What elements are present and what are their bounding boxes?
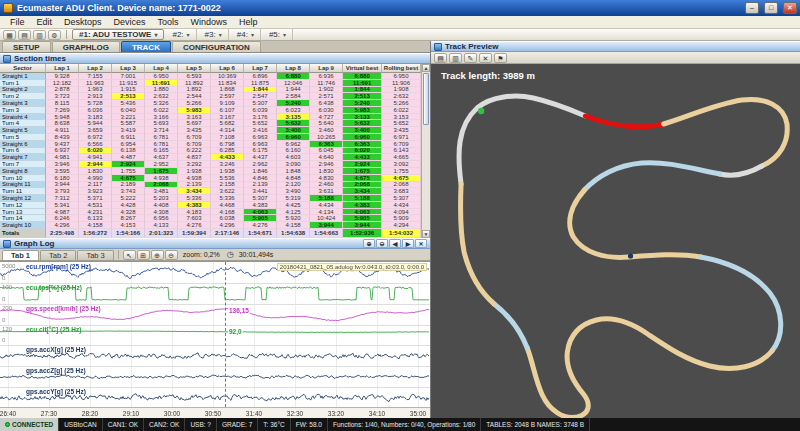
sector-time-cell[interactable]: 5:632 xyxy=(343,120,382,127)
close-icon[interactable]: ✕ xyxy=(415,239,427,248)
sector-time-cell[interactable]: 2:117 xyxy=(79,182,112,189)
sector-time-cell[interactable]: 4:094 xyxy=(382,209,421,216)
sector-time-cell[interactable]: 3:659 xyxy=(79,127,112,134)
sector-time-cell[interactable]: 8:638 xyxy=(46,120,79,127)
sector-time-cell[interactable]: 1:848 xyxy=(277,168,310,175)
cursor-icon[interactable]: ↖ xyxy=(123,250,136,260)
sector-time-cell[interactable]: 4:328 xyxy=(112,209,145,216)
sector-time-cell[interactable]: 1:902 xyxy=(310,87,343,94)
sector-time-cell[interactable]: 2:632 xyxy=(382,93,421,100)
sector-time-cell[interactable]: 4:938 xyxy=(145,175,178,182)
sector-time-cell[interactable]: 3:416 xyxy=(244,127,277,134)
sector-time-cell[interactable]: 9:109 xyxy=(211,100,244,107)
sector-time-cell[interactable]: 5:336 xyxy=(211,195,244,202)
sector-time-cell[interactable]: 1:830 xyxy=(310,168,343,175)
sector-time-cell[interactable]: 6:438 xyxy=(310,100,343,107)
sector-time-cell[interactable]: 4:830 xyxy=(310,175,343,182)
sector-time-cell[interactable]: 4:158 xyxy=(277,222,310,229)
sector-time-cell[interactable]: 3:400 xyxy=(343,127,382,134)
sector-time-cell[interactable]: 2:120 xyxy=(277,182,310,189)
prev-icon[interactable]: ◀ xyxy=(389,239,401,248)
column-header[interactable]: Lap 6 xyxy=(211,64,244,73)
sector-time-cell[interactable]: 3:481 xyxy=(145,188,178,195)
column-header[interactable]: Virtual best xyxy=(343,64,382,73)
menu-tools[interactable]: Tools xyxy=(152,17,185,27)
tab-configuration[interactable]: CONFIGURATION xyxy=(172,41,261,52)
sector-time-cell[interactable]: 3:714 xyxy=(145,127,178,134)
sector-time-cell[interactable]: 2:944 xyxy=(79,161,112,168)
pan-icon[interactable]: ⊞ xyxy=(137,250,150,260)
sector-time-cell[interactable]: 10:424 xyxy=(310,215,343,222)
sector-time-cell[interactable]: 5:188 xyxy=(343,195,382,202)
sector-time-cell[interactable]: 2:924 xyxy=(112,161,145,168)
signal-traces-canvas[interactable] xyxy=(0,262,430,407)
sector-time-cell[interactable]: 6:566 xyxy=(79,141,112,148)
sector-time-cell[interactable]: 6:709 xyxy=(178,141,211,148)
sector-time-cell[interactable]: 5:240 xyxy=(277,100,310,107)
menu-devices[interactable]: Devices xyxy=(108,17,152,27)
graph-chart-area[interactable]: 20180421_0821_05.adulog fw:0.043.0, t0:0… xyxy=(0,261,430,407)
sector-time-cell[interactable]: 2:158 xyxy=(211,182,244,189)
sector-time-cell[interactable]: 7:312 xyxy=(46,195,79,202)
sector-time-cell[interactable]: 11:691 xyxy=(343,80,382,87)
column-header[interactable]: Lap 1 xyxy=(46,64,79,73)
sector-time-cell[interactable]: 3:163 xyxy=(178,114,211,121)
sector-time-cell[interactable]: 9:328 xyxy=(46,73,79,80)
sector-time-cell[interactable]: 2:139 xyxy=(178,182,211,189)
edit-track-icon[interactable]: ✎ xyxy=(464,53,477,63)
column-header[interactable]: Lap 4 xyxy=(145,64,178,73)
sector-time-cell[interactable]: 3:743 xyxy=(112,188,145,195)
sector-time-cell[interactable]: 6:022 xyxy=(145,107,178,114)
sector-time-cell[interactable]: 6:036 xyxy=(79,107,112,114)
sector-time-cell[interactable]: 6:180 xyxy=(46,175,79,182)
sector-time-cell[interactable]: 4:981 xyxy=(46,154,79,161)
menu-help[interactable]: Help xyxy=(233,17,264,27)
sector-time-cell[interactable]: 6:960 xyxy=(343,134,382,141)
zoom-out-icon[interactable]: ⊖ xyxy=(376,239,388,248)
sector-time-cell[interactable]: 3:435 xyxy=(382,127,421,134)
sector-time-cell[interactable]: 6:896 xyxy=(244,73,277,80)
sector-time-cell[interactable]: 3:944 xyxy=(343,222,382,229)
sector-time-cell[interactable]: 6:709 xyxy=(382,141,421,148)
sector-time-cell[interactable]: 4:640 xyxy=(310,154,343,161)
sector-time-cell[interactable]: 3:441 xyxy=(244,188,277,195)
tab-graphlog[interactable]: GRAPHLOG xyxy=(52,41,120,52)
sector-time-cell[interactable]: 5:909 xyxy=(382,215,421,222)
column-header[interactable]: Lap 9 xyxy=(310,64,343,73)
scrollbar-track[interactable] xyxy=(422,72,430,230)
sector-time-cell[interactable]: 5:371 xyxy=(79,195,112,202)
sector-time-cell[interactable]: 6:880 xyxy=(343,73,382,80)
sector-time-cell[interactable]: 5:693 xyxy=(145,120,178,127)
sector-time-cell[interactable]: 3:923 xyxy=(79,188,112,195)
sector-time-cell[interactable]: 5:188 xyxy=(310,195,343,202)
sector-time-cell[interactable]: 5:436 xyxy=(112,100,145,107)
delete-track-icon[interactable]: ✕ xyxy=(479,53,492,63)
sector-time-cell[interactable]: 1:755 xyxy=(112,168,145,175)
sector-time-cell[interactable]: 7:603 xyxy=(178,215,211,222)
track-map-canvas[interactable]: Track length: 3989 m xyxy=(431,64,800,418)
sector-time-cell[interactable]: 6:593 xyxy=(178,73,211,80)
sector-time-cell[interactable]: 6:222 xyxy=(178,148,211,155)
sector-time-cell[interactable]: 6:972 xyxy=(79,134,112,141)
sector-time-cell[interactable]: 6:040 xyxy=(112,107,145,114)
sector-time-cell[interactable]: 6:781 xyxy=(145,141,178,148)
sector-time-cell[interactable]: 4:383 xyxy=(244,202,277,209)
sector-time-cell[interactable]: 7:001 xyxy=(112,73,145,80)
sector-time-cell[interactable]: 3:183 xyxy=(79,114,112,121)
sector-time-cell[interactable]: 6:950 xyxy=(382,73,421,80)
zoom-in-icon[interactable]: ⊕ xyxy=(151,250,164,260)
sector-time-cell[interactable]: 5:587 xyxy=(112,120,145,127)
sector-time-cell[interactable]: 5:266 xyxy=(382,100,421,107)
time-cursor[interactable] xyxy=(225,262,226,407)
sector-time-cell[interactable]: 3:944 xyxy=(310,222,343,229)
column-header[interactable]: Lap 5 xyxy=(178,64,211,73)
sector-time-cell[interactable]: 4:308 xyxy=(145,209,178,216)
sector-time-cell[interactable]: 6:960 xyxy=(277,134,310,141)
sector-time-cell[interactable]: 2:068 xyxy=(382,182,421,189)
tab-track[interactable]: TRACK xyxy=(121,41,171,52)
sector-time-cell[interactable]: 3:135 xyxy=(277,114,310,121)
sector-time-cell[interactable]: 6:133 xyxy=(79,215,112,222)
sector-time-cell[interactable]: 3:631 xyxy=(310,188,343,195)
column-header[interactable]: Rolling best xyxy=(382,64,421,73)
sector-time-cell[interactable]: 6:971 xyxy=(382,134,421,141)
